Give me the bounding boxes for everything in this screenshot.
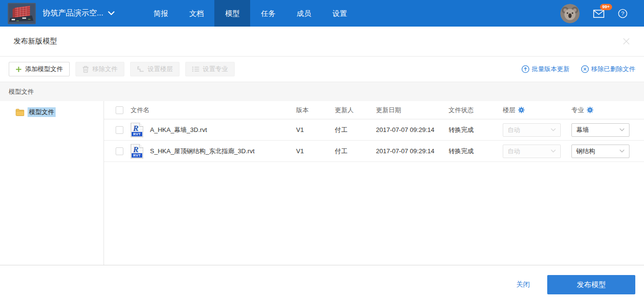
rvt-file-icon: R RVT — [131, 144, 143, 159]
file-status: 转换完成 — [449, 147, 503, 156]
folder-icon — [15, 109, 24, 116]
batch-version-update-link[interactable]: 批量版本更新 — [522, 65, 569, 73]
toolbar-links: 批量版本更新 移除已删除文件 — [522, 65, 635, 73]
set-floor-label: 设置楼层 — [148, 65, 173, 73]
row-checkbox[interactable] — [116, 147, 123, 155]
tree-node-label: 模型文件 — [28, 107, 56, 117]
file-version: V1 — [296, 147, 335, 155]
file-name: A_HKA_幕墙_3D.rvt — [150, 126, 207, 134]
toolbar: 添加模型文件 移除文件 设置楼层 设置专业 批量版本更新 — [0, 57, 644, 82]
discipline-select[interactable]: 幕墙 — [571, 123, 629, 137]
svg-text:?: ? — [621, 11, 624, 16]
add-model-file-button[interactable]: 添加模型文件 — [9, 62, 70, 76]
mail-icon[interactable]: 99+ — [593, 10, 604, 20]
workspace-title: 协筑产品演示空... — [43, 8, 103, 18]
file-name: S_HKA_屋顶钢结构_东北指廊_3D.rvt — [150, 147, 255, 156]
dialog-header: 发布新版模型 — [0, 27, 644, 57]
nav-tab-settings[interactable]: 设置 — [322, 0, 358, 27]
nav-tab-documents[interactable]: 文档 — [179, 0, 214, 27]
folder-tree: 模型文件 — [0, 101, 104, 265]
workspace-logo[interactable] — [8, 3, 36, 24]
building-thumbnail-icon — [8, 3, 36, 24]
header-right: 99+ ? — [560, 4, 644, 23]
workspace-title-dropdown[interactable]: 协筑产品演示空... — [43, 8, 115, 18]
column-header-version: 版本 — [296, 106, 335, 115]
file-updater: 付工 — [335, 126, 376, 134]
trash-icon — [82, 66, 89, 73]
main-nav: 简报 文档 模型 任务 成员 设置 — [143, 0, 358, 27]
avatar[interactable] — [560, 4, 580, 23]
list-icon — [192, 66, 199, 72]
rvt-file-icon: R RVT — [131, 123, 143, 137]
gear-icon[interactable] — [518, 107, 524, 113]
column-header-update-date: 更新日期 — [376, 106, 449, 115]
remove-deleted-files-label: 移除已删除文件 — [591, 65, 635, 73]
chevron-down-icon — [108, 11, 115, 15]
column-header-file-status: 文件状态 — [449, 106, 503, 115]
chevron-down-icon — [619, 149, 625, 153]
nav-tab-members[interactable]: 成员 — [286, 0, 322, 27]
batch-version-update-label: 批量版本更新 — [532, 65, 569, 73]
chevron-down-icon — [619, 128, 625, 131]
file-updater: 付工 — [335, 147, 376, 156]
chevron-down-icon — [551, 128, 556, 131]
discipline-select[interactable]: 钢结构 — [571, 145, 629, 158]
tree-node-model-files[interactable]: 模型文件 — [15, 107, 104, 117]
nav-tab-briefing[interactable]: 简报 — [143, 0, 179, 27]
column-header-floor: 楼层 — [503, 106, 571, 115]
content: 模型文件 文件名 版本 更新人 更新日期 文件状态 楼层 — [0, 101, 644, 265]
gear-icon[interactable] — [587, 107, 593, 113]
top-header: 协筑产品演示空... 简报 文档 模型 任务 成员 设置 — [0, 0, 644, 27]
remove-file-label: 移除文件 — [92, 65, 118, 73]
file-update-date: 2017-07-07 09:29:14 — [376, 147, 449, 155]
set-discipline-button[interactable]: 设置专业 — [185, 62, 235, 76]
plus-icon — [15, 66, 22, 73]
select-all-checkbox[interactable] — [116, 106, 123, 114]
close-button[interactable]: 关闭 — [516, 280, 530, 289]
chevron-down-icon — [551, 149, 556, 153]
table-row: R RVT S_HKA_屋顶钢结构_东北指廊_3D.rvt V1 付工 2017… — [104, 141, 644, 162]
x-circle-icon — [581, 65, 589, 73]
set-discipline-label: 设置专业 — [203, 65, 228, 73]
floor-select: 自动 — [503, 145, 561, 158]
floor-select: 自动 — [503, 123, 561, 137]
table-header-row: 文件名 版本 更新人 更新日期 文件状态 楼层 专业 — [104, 101, 644, 119]
stairs-icon — [137, 66, 144, 73]
page-title: 发布新版模型 — [14, 37, 57, 46]
column-header-discipline: 专业 — [571, 106, 644, 115]
nav-tab-tasks[interactable]: 任务 — [250, 0, 286, 27]
set-floor-button[interactable]: 设置楼层 — [130, 62, 180, 76]
section-header: 模型文件 — [0, 82, 644, 101]
arrow-up-circle-icon — [522, 65, 529, 73]
column-header-updater: 更新人 — [335, 106, 376, 115]
file-version: V1 — [296, 126, 335, 133]
publish-model-button[interactable]: 发布模型 — [547, 275, 635, 294]
file-update-date: 2017-07-07 09:29:14 — [376, 126, 449, 133]
remove-deleted-files-link[interactable]: 移除已删除文件 — [581, 65, 635, 73]
add-model-file-label: 添加模型文件 — [25, 65, 63, 73]
koala-avatar-icon — [560, 4, 580, 23]
notification-badge: 99+ — [600, 4, 612, 10]
close-icon[interactable] — [622, 37, 630, 45]
model-file-table: 文件名 版本 更新人 更新日期 文件状态 楼层 专业 — [104, 101, 644, 265]
row-checkbox[interactable] — [116, 126, 123, 134]
remove-file-button[interactable]: 移除文件 — [75, 62, 124, 76]
table-row: R RVT A_HKA_幕墙_3D.rvt V1 付工 2017-07-07 0… — [104, 119, 644, 141]
column-header-filename: 文件名 — [123, 106, 296, 115]
dialog-footer: 关闭 发布模型 — [0, 265, 644, 304]
help-icon[interactable]: ? — [618, 9, 628, 18]
nav-tab-models[interactable]: 模型 — [214, 0, 250, 27]
file-status: 转换完成 — [449, 126, 503, 134]
